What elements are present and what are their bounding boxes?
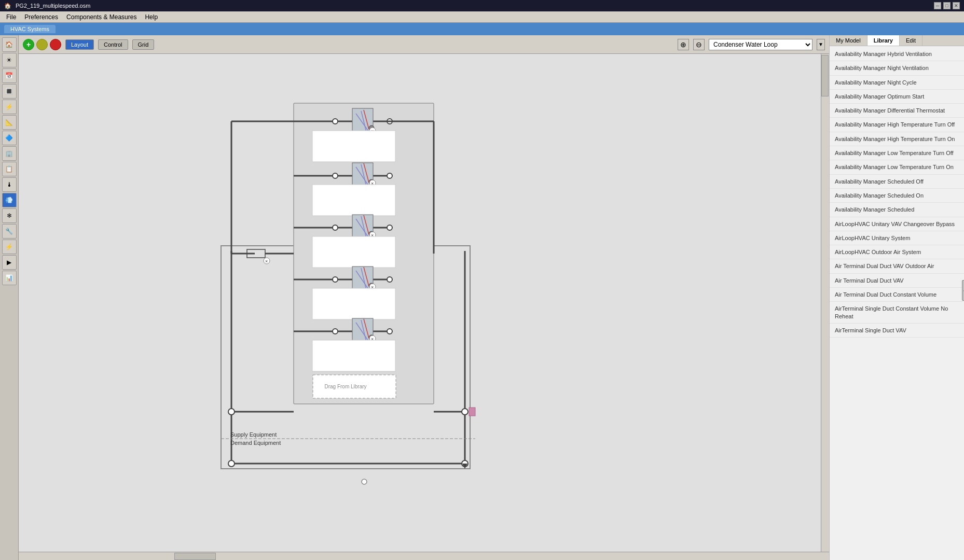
sidebar-constructions-icon[interactable]: 🔳 [2, 84, 17, 99]
left-sidebar: 🏠 ☀ 📅 🔳 ⚡ 📐 🔷 🏢 📋 🌡 💨 ❄ 🔧 ⚡ ▶ 📊 [0, 35, 19, 560]
grid-button[interactable]: Grid [132, 39, 155, 50]
hvac-tab-bar: HVAC Systems [0, 23, 964, 35]
hscroll-thumb[interactable] [174, 553, 216, 560]
library-item-10[interactable]: Availability Manager Scheduled On [830, 189, 964, 203]
svg-point-55 [333, 329, 338, 334]
menu-help[interactable]: Help [141, 12, 162, 22]
library-tab[interactable]: Library [867, 35, 900, 46]
sidebar-hvac-icon[interactable]: 💨 [2, 193, 17, 207]
sidebar-simulation-icon[interactable]: ▶ [2, 255, 17, 270]
sidebar-service-icon[interactable]: 🔧 [2, 224, 17, 239]
edit-tab[interactable]: Edit [900, 35, 922, 46]
library-item-14[interactable]: AirLoopHVAC Outdoor Air System [830, 245, 964, 259]
title-bar: 🏠 PG2_119_multiplespeed.osm ─ □ ✕ [0, 0, 964, 11]
svg-rect-52 [312, 288, 395, 319]
svg-text:Supply Equipment: Supply Equipment [230, 431, 277, 438]
canvas-toolbar: + Layout Control Grid ⊕ ⊖ Condenser Wate… [19, 35, 829, 54]
sidebar-loads-icon[interactable]: ⚡ [2, 100, 17, 114]
zoom-out-button[interactable]: ⊖ [693, 39, 705, 50]
library-item-0[interactable]: Availability Manager Hybrid Ventilation [830, 47, 964, 61]
svg-point-83 [228, 409, 235, 415]
title-text: PG2_119_multiplespeed.osm [16, 3, 90, 9]
canvas-vscrollbar[interactable] [821, 54, 829, 560]
app-icon: 🏠 [4, 3, 11, 9]
action-buttons: + [23, 39, 61, 50]
svg-text:Drag From Library: Drag From Library [324, 384, 366, 389]
library-item-17[interactable]: Air Terminal Dual Duct Constant Volume [830, 288, 964, 302]
zoom-in-button[interactable]: ⊕ [678, 39, 689, 50]
library-item-4[interactable]: Availability Manager Differential Thermo… [830, 104, 964, 118]
maximize-button[interactable]: □ [943, 2, 951, 9]
sidebar-spaces-icon[interactable]: 📋 [2, 162, 17, 176]
menu-bar: File Preferences Components & Measures H… [0, 11, 964, 23]
sidebar-electrical-icon[interactable]: ⚡ [2, 240, 17, 254]
canvas-area: + Layout Control Grid ⊕ ⊖ Condenser Wate… [19, 35, 829, 560]
svg-line-72 [256, 250, 259, 257]
sidebar-geometry-icon[interactable]: 🔷 [2, 131, 17, 145]
copy-button[interactable] [36, 39, 48, 50]
library-item-9[interactable]: Availability Manager Scheduled Off [830, 175, 964, 189]
menu-components[interactable]: Components & Measures [62, 12, 141, 22]
library-item-12[interactable]: AirLoopHVAC Unitary VAV Changeover Bypas… [830, 217, 964, 231]
svg-point-84 [462, 409, 468, 415]
library-list: Availability Manager Hybrid Ventilation … [830, 46, 964, 560]
panel-collapse-handle[interactable]: ◀ [962, 280, 964, 301]
sidebar-site-icon[interactable]: ☀ [2, 53, 17, 67]
sidebar-schedule-icon[interactable]: 📅 [2, 68, 17, 83]
canvas-scroll-area: × × [19, 54, 829, 560]
svg-rect-16 [312, 131, 395, 162]
right-panel-tabs: My Model Library Edit [830, 35, 964, 46]
close-button[interactable]: ✕ [953, 2, 960, 9]
library-item-16[interactable]: Air Terminal Dual Duct VAV [830, 274, 964, 288]
menu-file[interactable]: File [2, 12, 20, 22]
library-item-7[interactable]: Availability Manager Low Temperature Tur… [830, 146, 964, 160]
loop-selector[interactable]: Condenser Water Loop [709, 39, 812, 50]
sidebar-home-icon[interactable]: 🏠 [2, 37, 17, 52]
svg-line-73 [259, 254, 261, 257]
menu-preferences[interactable]: Preferences [20, 12, 62, 22]
svg-point-32 [387, 225, 392, 230]
canvas-hscrollbar[interactable] [19, 552, 829, 560]
svg-point-44 [387, 277, 392, 282]
svg-point-7 [333, 119, 338, 124]
library-item-5[interactable]: Availability Manager High Temperature Tu… [830, 118, 964, 132]
svg-rect-64 [312, 340, 395, 371]
svg-point-92 [362, 479, 367, 484]
minimize-button[interactable]: ─ [934, 2, 941, 9]
library-item-19[interactable]: AirTerminal Single Duct VAV [830, 324, 964, 338]
my-model-tab[interactable]: My Model [830, 35, 867, 46]
dropdown-arrow[interactable]: ▼ [817, 39, 825, 50]
library-item-8[interactable]: Availability Manager Low Temperature Tur… [830, 160, 964, 174]
main-layout: 🏠 ☀ 📅 🔳 ⚡ 📐 🔷 🏢 📋 🌡 💨 ❄ 🔧 ⚡ ▶ 📊 + Layout… [0, 35, 964, 560]
right-panel: My Model Library Edit ◀ Availability Man… [829, 35, 964, 560]
library-item-13[interactable]: AirLoopHVAC Unitary System [830, 231, 964, 245]
sidebar-space-types-icon[interactable]: 📐 [2, 115, 17, 130]
layout-button[interactable]: Layout [65, 39, 94, 50]
window-controls: ─ □ ✕ [934, 2, 960, 9]
svg-rect-40 [312, 236, 395, 268]
sidebar-results-icon[interactable]: 📊 [2, 271, 17, 285]
svg-rect-28 [312, 185, 395, 216]
library-item-3[interactable]: Availability Manager Optimum Start [830, 90, 964, 104]
library-item-1[interactable]: Availability Manager Night Ventilation [830, 61, 964, 75]
sidebar-facility-icon[interactable]: 🏢 [2, 146, 17, 161]
library-item-2[interactable]: Availability Manager Night Cycle [830, 76, 964, 90]
library-item-18[interactable]: AirTerminal Single Duct Constant Volume … [830, 302, 964, 324]
library-item-11[interactable]: Availability Manager Scheduled [830, 203, 964, 217]
delete-button[interactable] [50, 39, 61, 50]
sidebar-refrigeration-icon[interactable]: ❄ [2, 208, 17, 223]
library-item-15[interactable]: Air Terminal Dual Duct VAV Outdoor Air [830, 259, 964, 273]
svg-rect-88 [469, 408, 475, 416]
vscroll-thumb[interactable] [821, 55, 829, 96]
svg-point-85 [228, 460, 235, 467]
svg-point-19 [333, 173, 338, 178]
hvac-systems-tab[interactable]: HVAC Systems [4, 25, 56, 33]
svg-point-56 [387, 329, 392, 334]
add-button[interactable]: + [23, 39, 34, 50]
svg-text:×: × [265, 259, 268, 264]
svg-point-43 [333, 277, 338, 282]
library-item-6[interactable]: Availability Manager High Temperature Tu… [830, 132, 964, 146]
control-button[interactable]: Control [98, 39, 128, 50]
sidebar-thermal-icon[interactable]: 🌡 [2, 177, 17, 192]
svg-text:Demand Equipment: Demand Equipment [230, 440, 281, 446]
